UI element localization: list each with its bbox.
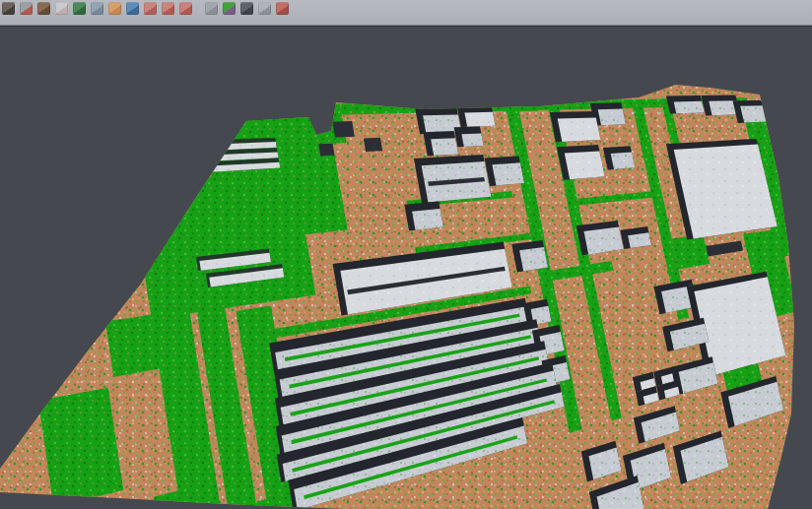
ground-class-icon[interactable] [108,2,121,15]
building-roof [492,162,524,185]
dark-structure [332,121,355,138]
filter-tool-icon[interactable] [205,2,218,15]
building-roof [412,209,443,230]
dark-structure [318,144,334,157]
building-roof [558,117,601,141]
ortho-texture-icon[interactable] [55,2,68,15]
dark-sphere-icon[interactable] [240,2,253,15]
main-toolbar [0,0,812,26]
open-project-icon[interactable] [2,2,15,15]
selection-brackets-icon[interactable] [179,2,192,15]
building-roof [464,112,495,127]
building-roof [740,105,769,122]
vegetation-patch [500,95,538,112]
application-window [0,0,812,509]
scene-canvas[interactable] [0,0,812,509]
3d-viewport[interactable] [0,0,812,509]
globe-icon[interactable] [126,2,139,15]
target-circle-icon[interactable] [162,2,174,15]
building-roof [461,134,483,148]
point-cloud-icon[interactable] [20,2,33,15]
building-roof [431,138,458,156]
building-roof [611,153,636,169]
building-roof [565,151,605,179]
classification-map-icon[interactable] [223,2,236,15]
terrain-icon[interactable] [37,2,50,15]
vegetation-patch [672,234,710,269]
mesh-grid-icon[interactable] [258,2,271,15]
measure-icon[interactable] [276,2,289,15]
layers-icon[interactable] [144,2,157,15]
building-roof [674,101,705,114]
building-roof [519,247,548,272]
building-roof [598,109,626,126]
vegetation-icon[interactable] [73,2,86,15]
dark-structure [364,138,383,152]
profile-view-icon[interactable] [91,2,103,15]
